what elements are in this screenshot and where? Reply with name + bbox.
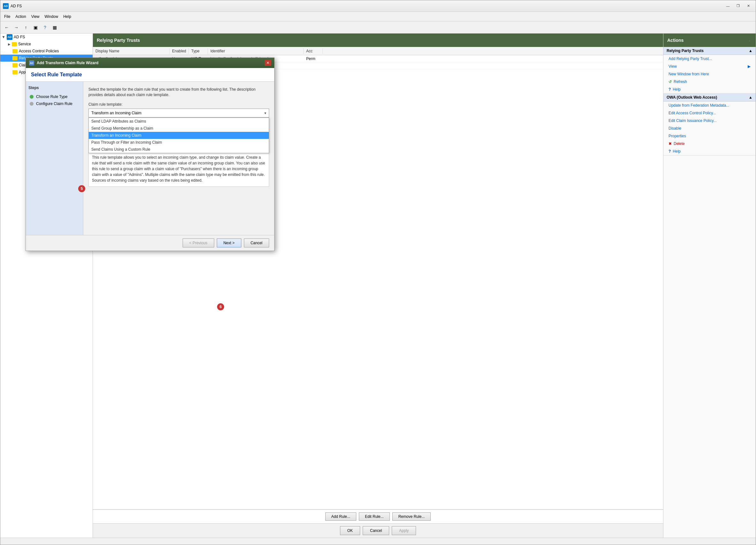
dropdown-selected-value: Transform an Incoming Claim [91, 111, 141, 115]
modal-main: Select the template for the claim rule t… [83, 82, 274, 235]
dropdown-option-pass[interactable]: Pass Through or Filter an Incoming Claim [89, 139, 269, 146]
modal-dialog: AD Add Transform Claim Rule Wizard ✕ Sel… [26, 57, 275, 251]
dropdown-option-group[interactable]: Send Group Membership as a Claim [89, 125, 269, 132]
modal-body: Select Rule Template Steps Choose Rule T… [26, 68, 274, 251]
steps-header: Steps [28, 86, 80, 90]
step-dot-1 [30, 95, 34, 99]
step-label-1: Choose Rule Type [36, 95, 68, 99]
next-button[interactable]: Next > [217, 238, 241, 247]
modal-steps: Steps Choose Rule Type Configure Claim R… [26, 82, 83, 235]
step-dot-2 [30, 102, 34, 106]
modal-overlay: 5 6 AD Add Transform Claim Rule Wizard ✕… [0, 34, 756, 538]
main-layout: ▼ AD AD FS ▶ Service Access Control Poli… [0, 34, 756, 538]
modal-content: Steps Choose Rule Type Configure Claim R… [26, 82, 274, 235]
modal-title: Add Transform Claim Rule Wizard [37, 61, 98, 65]
modal-footer: < Previous Next > Cancel [26, 235, 274, 251]
modal-description: Select the template for the claim rule t… [88, 87, 269, 98]
modal-heading: Select Rule Template [26, 68, 274, 82]
field-label: Claim rule template: [88, 102, 269, 107]
dropdown-container: Transform an Incoming Claim ▼ Send LDAP … [88, 109, 269, 117]
modal-title-bar: AD Add Transform Claim Rule Wizard ✕ [26, 58, 274, 68]
dropdown-option-transform[interactable]: Transform an Incoming Claim [89, 132, 269, 139]
description-box: This rule template allows you to select … [88, 151, 269, 187]
previous-button[interactable]: < Previous [183, 238, 214, 247]
step-label-2: Configure Claim Rule [36, 102, 72, 106]
dropdown-arrow-icon: ▼ [264, 111, 267, 115]
modal-icon: AD [29, 60, 34, 65]
cancel-button-modal[interactable]: Cancel [244, 238, 269, 247]
dropdown-list: Send LDAP Attributes as Claims Send Grou… [88, 117, 269, 153]
step-item-2: Configure Claim Rule [28, 100, 80, 107]
dropdown-trigger[interactable]: Transform an Incoming Claim ▼ [88, 109, 269, 117]
step-item-1: Choose Rule Type [28, 93, 80, 100]
dropdown-option-ldap[interactable]: Send LDAP Attributes as Claims [89, 118, 269, 125]
modal-close-button[interactable]: ✕ [265, 60, 271, 66]
description-spacer: This rule template allows you to select … [88, 151, 269, 187]
step-5-badge: 5 [78, 185, 85, 192]
step-6-badge: 6 [217, 303, 224, 310]
dropdown-option-custom[interactable]: Send Claims Using a Custom Rule [89, 146, 269, 153]
main-window: AD AD FS — ❒ ✕ File Action View Window H… [0, 0, 756, 545]
